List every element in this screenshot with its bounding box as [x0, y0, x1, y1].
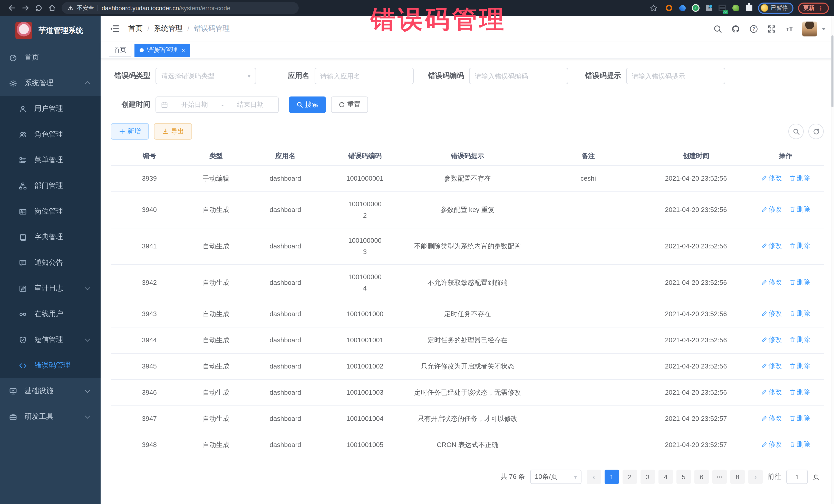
- date-start-placeholder: 开始日期: [172, 100, 217, 109]
- date-range-picker[interactable]: 开始日期 - 结束日期: [155, 96, 279, 113]
- sidebar-item-user[interactable]: 用户管理: [0, 96, 101, 122]
- online-icon: [19, 310, 27, 318]
- back-button[interactable]: [5, 1, 19, 15]
- extensions-puzzle-icon[interactable]: [745, 4, 753, 12]
- error-type-select[interactable]: 请选择错误码类型 ▾: [155, 68, 256, 84]
- page-button-4[interactable]: 4: [658, 469, 673, 484]
- page-button-6[interactable]: 6: [695, 469, 709, 484]
- profile-emoji-avatar: [761, 4, 768, 12]
- github-icon[interactable]: [730, 24, 741, 34]
- error-message-input[interactable]: [626, 68, 725, 84]
- sidebar-item-menu[interactable]: 菜单管理: [0, 147, 101, 173]
- page-button-1[interactable]: 1: [605, 469, 619, 484]
- goto-page-input[interactable]: [786, 469, 808, 484]
- browser-profile-chip[interactable]: 已暂停: [758, 2, 793, 14]
- font-size-icon[interactable]: тT: [784, 24, 794, 34]
- sidebar-item-system[interactable]: 系统管理: [0, 70, 101, 96]
- help-icon[interactable]: ?: [748, 24, 759, 34]
- filter-label-type: 错误码类型: [111, 71, 150, 81]
- search-icon[interactable]: [712, 24, 723, 34]
- page-button-2[interactable]: 2: [622, 469, 637, 484]
- sidebar-item-dict[interactable]: 字典管理: [0, 224, 101, 250]
- close-icon[interactable]: ×: [182, 47, 185, 53]
- pager-ellipsis[interactable]: •••: [712, 469, 727, 484]
- delete-link[interactable]: 删除: [789, 413, 810, 424]
- pencil-icon: [761, 310, 767, 317]
- edit-link[interactable]: 修改: [761, 240, 782, 251]
- edit-link[interactable]: 修改: [761, 277, 782, 288]
- sidebar-item-dept[interactable]: 部门管理: [0, 173, 101, 199]
- delete-link[interactable]: 删除: [789, 172, 810, 184]
- sidebar-item-infra[interactable]: 基础设施: [0, 378, 101, 404]
- delete-link[interactable]: 删除: [789, 204, 810, 215]
- delete-link[interactable]: 删除: [789, 277, 810, 288]
- delete-link[interactable]: 删除: [789, 240, 810, 251]
- add-button[interactable]: 新增: [111, 123, 149, 139]
- sidebar-item-label: 菜单管理: [35, 155, 63, 165]
- delete-link[interactable]: 删除: [789, 439, 810, 450]
- page-button-8[interactable]: 8: [730, 469, 745, 484]
- edit-link[interactable]: 修改: [761, 387, 782, 398]
- breadcrumb-system[interactable]: 系统管理: [154, 24, 183, 34]
- tab-error-code[interactable]: 错误码管理×: [134, 43, 190, 57]
- extension-icon-orange[interactable]: [665, 4, 673, 12]
- edit-link[interactable]: 修改: [761, 204, 782, 215]
- window-scrollbar[interactable]: [831, 16, 834, 504]
- extension-icon-grid[interactable]: [705, 4, 714, 12]
- edit-link[interactable]: 修改: [761, 172, 782, 184]
- edit-link[interactable]: 修改: [761, 439, 782, 450]
- edit-link[interactable]: 修改: [761, 360, 782, 372]
- address-bar[interactable]: 不安全 dashboard.yudao.iocoder.cn/system/er…: [62, 2, 299, 14]
- sidebar-item-home[interactable]: 首页: [0, 45, 101, 70]
- sidebar-item-audit[interactable]: 审计日志: [0, 276, 101, 301]
- page-button-3[interactable]: 3: [640, 469, 655, 484]
- sidebar-item-errcode[interactable]: 错误码管理: [0, 353, 101, 378]
- row-actions: 修改删除: [747, 228, 824, 265]
- search-button[interactable]: 搜索: [289, 96, 326, 113]
- delete-link[interactable]: 删除: [789, 360, 810, 372]
- app-logo[interactable]: 芋道管理系统: [0, 16, 101, 45]
- app-name-input[interactable]: [314, 68, 414, 84]
- breadcrumb-home[interactable]: 首页: [128, 24, 143, 34]
- post-icon: [19, 207, 27, 215]
- delete-link[interactable]: 删除: [789, 334, 810, 345]
- forward-button[interactable]: [19, 1, 32, 15]
- error-code-input[interactable]: [469, 68, 568, 84]
- extension-icon-tampermonkey[interactable]: on: [718, 4, 727, 12]
- sidebar-item-sms[interactable]: 短信管理: [0, 327, 101, 353]
- sidebar-item-devtools[interactable]: 研发工具: [0, 404, 101, 430]
- home-button[interactable]: [45, 1, 59, 15]
- sidebar-item-role[interactable]: 角色管理: [0, 122, 101, 147]
- refresh-table-button[interactable]: [808, 124, 824, 139]
- chevron-up-icon: [85, 81, 90, 86]
- refresh-icon: [338, 102, 345, 108]
- sidebar-item-notice[interactable]: 通知公告: [0, 250, 101, 276]
- bookmark-star-icon[interactable]: [647, 1, 660, 15]
- sidebar-item-online[interactable]: 在线用户: [0, 301, 101, 327]
- delete-link[interactable]: 删除: [789, 308, 810, 319]
- page-size-select[interactable]: 10条/页 ▾: [530, 469, 581, 484]
- hamburger-menu-icon[interactable]: [109, 23, 120, 35]
- delete-link[interactable]: 删除: [789, 387, 810, 398]
- edit-link[interactable]: 修改: [761, 413, 782, 424]
- export-button[interactable]: 导出: [154, 123, 192, 139]
- fullscreen-icon[interactable]: [766, 24, 776, 34]
- prev-page-button[interactable]: ‹: [587, 469, 601, 484]
- scrollbar-thumb[interactable]: [831, 36, 833, 107]
- chevron-down-icon[interactable]: [822, 27, 826, 30]
- reset-button[interactable]: 重置: [331, 96, 368, 113]
- extension-icon-blue-drop[interactable]: [678, 4, 687, 12]
- tab-home[interactable]: 首页: [109, 43, 131, 57]
- reload-button[interactable]: [32, 1, 45, 15]
- edit-link[interactable]: 修改: [761, 308, 782, 319]
- next-page-button[interactable]: ›: [748, 469, 763, 484]
- browser-update-button[interactable]: 更新⋮: [798, 2, 829, 14]
- user-avatar[interactable]: [802, 21, 817, 36]
- extension-icon-green-circle[interactable]: ✓: [691, 4, 700, 12]
- edit-link[interactable]: 修改: [761, 334, 782, 345]
- extension-icon-green-key[interactable]: [731, 4, 740, 12]
- sidebar-item-post[interactable]: 岗位管理: [0, 199, 101, 224]
- page-button-5[interactable]: 5: [676, 469, 691, 484]
- browser-menu-icon[interactable]: ⋮: [817, 4, 824, 12]
- show-search-toggle-button[interactable]: [788, 124, 804, 139]
